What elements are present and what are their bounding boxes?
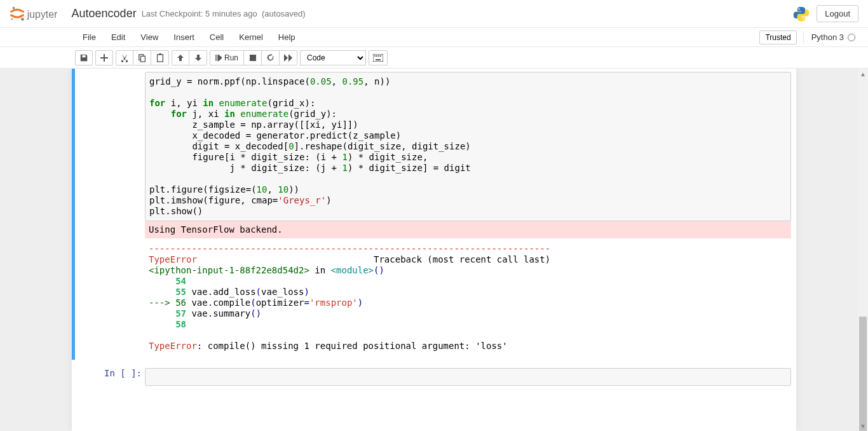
save-button[interactable] bbox=[75, 50, 93, 65]
run-icon bbox=[215, 55, 222, 61]
svg-rect-10 bbox=[250, 55, 256, 61]
code-cell[interactable]: grid_y = norm.ppf(np.linspace(0.05, 0.95… bbox=[72, 69, 796, 360]
move-up-button[interactable] bbox=[172, 50, 189, 65]
menubar: File Edit View Insert Cell Kernel Help T… bbox=[0, 28, 868, 47]
run-button[interactable]: Run bbox=[210, 50, 244, 65]
notebook: grid_y = norm.ppf(np.linspace(0.05, 0.95… bbox=[72, 69, 796, 431]
svg-rect-11 bbox=[373, 54, 383, 62]
logout-button[interactable]: Logout bbox=[817, 5, 858, 22]
code-cell[interactable]: In [ ]: bbox=[72, 365, 796, 389]
input-prompt: In [ ]: bbox=[75, 365, 145, 389]
menu-cell[interactable]: Cell bbox=[202, 28, 231, 47]
checkpoint-status: Last Checkpoint: 5 minutes ago (autosave… bbox=[142, 9, 306, 18]
svg-rect-16 bbox=[376, 59, 381, 60]
svg-text:jupyter: jupyter bbox=[27, 8, 57, 19]
svg-rect-7 bbox=[140, 56, 145, 62]
notebook-title[interactable]: Autoencoder bbox=[72, 7, 137, 20]
celltype-select[interactable]: Code Markdown Raw NBConvert Heading bbox=[300, 50, 366, 65]
restart-run-all-button[interactable] bbox=[280, 50, 297, 65]
arrow-down-icon bbox=[194, 54, 202, 62]
scroll-up-arrow-icon[interactable]: ▲ bbox=[858, 69, 868, 79]
header: jupyter Autoencoder Last Checkpoint: 5 m… bbox=[0, 0, 868, 28]
keyboard-icon bbox=[373, 54, 383, 62]
restart-icon bbox=[266, 53, 275, 62]
command-palette-button[interactable] bbox=[369, 50, 388, 65]
svg-rect-13 bbox=[376, 55, 377, 57]
svg-rect-14 bbox=[378, 55, 379, 57]
cut-icon bbox=[120, 53, 129, 62]
save-icon bbox=[79, 53, 88, 62]
svg-rect-9 bbox=[159, 53, 161, 55]
plus-icon bbox=[100, 54, 108, 62]
input-prompt bbox=[75, 69, 145, 360]
trusted-button[interactable]: Trusted bbox=[759, 31, 796, 44]
svg-point-5 bbox=[803, 18, 804, 19]
svg-point-1 bbox=[21, 18, 24, 21]
kernel-status-icon bbox=[848, 34, 855, 41]
menu-file[interactable]: File bbox=[75, 28, 104, 47]
svg-point-2 bbox=[11, 18, 13, 20]
svg-point-4 bbox=[799, 8, 800, 9]
menu-kernel[interactable]: Kernel bbox=[231, 28, 271, 47]
output-traceback: ----------------------------------------… bbox=[145, 238, 791, 357]
vertical-scrollbar[interactable]: ▲ ▼ bbox=[858, 69, 868, 431]
copy-icon bbox=[138, 53, 147, 62]
add-cell-button[interactable] bbox=[95, 50, 113, 65]
output-stderr: Using TensorFlow backend. bbox=[145, 221, 791, 238]
stop-icon bbox=[250, 55, 256, 61]
python-icon bbox=[792, 5, 810, 23]
scrollbar-thumb[interactable] bbox=[859, 317, 867, 431]
toolbar: Run Code Markdown Raw NBConvert Heading bbox=[0, 47, 868, 69]
svg-rect-8 bbox=[157, 54, 163, 61]
kernel-name: Python 3 bbox=[811, 32, 844, 42]
restart-button[interactable] bbox=[262, 50, 280, 65]
move-down-button[interactable] bbox=[189, 50, 207, 65]
svg-rect-15 bbox=[380, 55, 381, 57]
paste-button[interactable] bbox=[151, 50, 169, 65]
paste-icon bbox=[156, 53, 165, 62]
kernel-indicator[interactable]: Python 3 bbox=[803, 32, 855, 43]
jupyter-logo-icon: jupyter bbox=[10, 6, 63, 22]
notebook-container[interactable]: grid_y = norm.ppf(np.linspace(0.05, 0.95… bbox=[0, 69, 868, 431]
svg-rect-12 bbox=[374, 55, 376, 57]
code-input-area[interactable]: grid_y = norm.ppf(np.linspace(0.05, 0.95… bbox=[145, 72, 791, 221]
arrow-up-icon bbox=[177, 54, 184, 62]
menu-insert[interactable]: Insert bbox=[166, 28, 202, 47]
scroll-down-arrow-icon[interactable]: ▼ bbox=[858, 421, 868, 431]
code-input-area[interactable] bbox=[145, 368, 791, 386]
jupyter-logo[interactable]: jupyter bbox=[10, 6, 63, 22]
menu-view[interactable]: View bbox=[133, 28, 166, 47]
fast-forward-icon bbox=[284, 54, 293, 62]
cut-button[interactable] bbox=[116, 50, 133, 65]
menu-edit[interactable]: Edit bbox=[104, 28, 133, 47]
menu-help[interactable]: Help bbox=[271, 28, 303, 47]
interrupt-button[interactable] bbox=[244, 50, 262, 65]
copy-button[interactable] bbox=[133, 50, 151, 65]
